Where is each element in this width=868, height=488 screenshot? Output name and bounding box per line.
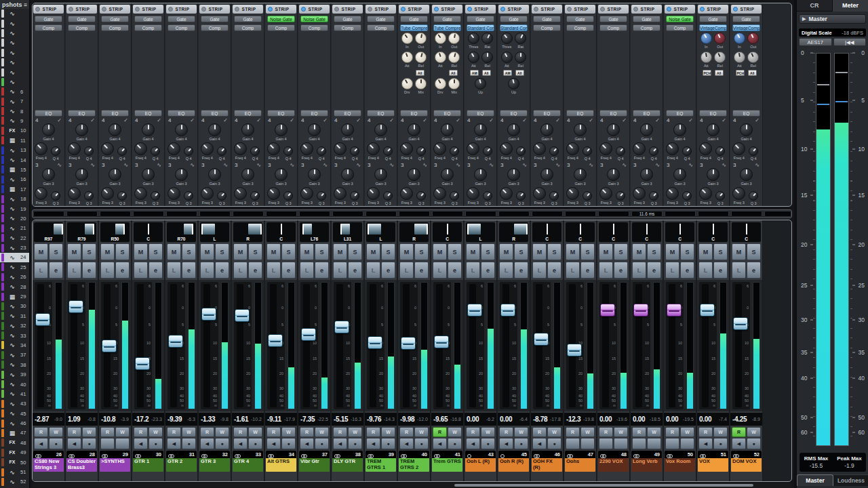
rail-channel-item[interactable]: ∿ <box>0 77 29 87</box>
dyn-all-button[interactable]: All <box>515 70 524 76</box>
gate-slot-button[interactable]: Gate <box>599 16 627 22</box>
solo-button[interactable]: S <box>82 243 96 260</box>
read-automation-button[interactable]: R <box>732 427 746 437</box>
mute-button[interactable]: M <box>167 243 181 260</box>
fader-cap[interactable] <box>633 304 648 317</box>
eq-q-knob[interactable] <box>483 146 492 156</box>
strip-header[interactable]: STRIP <box>266 5 296 14</box>
gate-slot-button[interactable]: Gate <box>433 16 461 22</box>
eq-band-state-icon[interactable]: ✓ <box>522 117 527 123</box>
strip-header[interactable]: STRIP <box>665 5 695 14</box>
channel-number-row[interactable]: 26 <box>33 451 64 458</box>
fader-track[interactable]: 605101520304050∞ <box>367 282 384 409</box>
rack-state-dot[interactable] <box>567 7 572 12</box>
peak-db-value[interactable]: -6.4 <box>519 417 528 422</box>
edit-button[interactable]: e <box>680 262 694 279</box>
pan-control[interactable]: C <box>433 222 462 242</box>
rail-channel-item[interactable]: ∿25 <box>0 262 29 272</box>
eq-freq-knob[interactable] <box>167 142 180 155</box>
fader-track[interactable]: 605101520304050∞ <box>400 282 418 409</box>
edit-button[interactable]: e <box>647 262 661 279</box>
eq-freq-knob[interactable] <box>566 142 579 155</box>
mute-button[interactable]: M <box>34 243 48 260</box>
eq-gain-knob[interactable] <box>75 168 88 181</box>
monitor-button[interactable]: ◀ <box>34 438 48 449</box>
fader-value-row[interactable]: -9.39-6.3 <box>165 413 197 426</box>
fader-cap[interactable] <box>368 336 382 349</box>
channel-number-row[interactable]: 39 <box>366 451 396 458</box>
pan-control[interactable]: R79 <box>67 222 96 242</box>
dyn-all-button[interactable]: All <box>449 70 458 76</box>
eq-gain-knob[interactable] <box>108 168 121 181</box>
strip-header[interactable]: STRIP <box>598 5 629 14</box>
pan-control[interactable]: R <box>499 222 528 242</box>
pan-control[interactable]: R <box>399 222 429 242</box>
eq-q-knob[interactable] <box>383 191 393 201</box>
comp-slot-button[interactable]: Standard Com..or <box>500 24 528 31</box>
eq-q-knob[interactable] <box>649 191 658 201</box>
monitor-button[interactable]: ◀ <box>200 438 214 449</box>
read-automation-button[interactable]: R <box>300 427 314 437</box>
listen-button[interactable]: L <box>566 262 580 279</box>
channel-name[interactable]: GTR 1 <box>133 458 163 472</box>
solo-button[interactable]: S <box>281 243 296 260</box>
eq-q-knob[interactable] <box>483 191 492 201</box>
record-enable-button[interactable]: ● <box>49 438 63 449</box>
fader-db-value[interactable]: 1.09 <box>68 415 87 423</box>
eq-band-state-icon[interactable]: ∿ <box>522 162 527 168</box>
fader-track[interactable]: 605101520304050∞ <box>35 282 52 409</box>
eq-band-state-icon[interactable]: ∿ <box>489 162 494 168</box>
pan-control[interactable]: R97 <box>34 222 63 242</box>
eq-freq-knob[interactable] <box>167 187 180 200</box>
fader-db-value[interactable]: -9.98 <box>400 415 417 423</box>
write-automation-button[interactable]: W <box>149 427 163 437</box>
eq-q-knob[interactable] <box>350 146 359 156</box>
eq-freq-knob[interactable] <box>599 142 612 155</box>
eq-gain-knob[interactable] <box>374 168 387 181</box>
eq-q-knob[interactable] <box>715 146 725 156</box>
eq-gain-knob[interactable] <box>673 123 686 136</box>
peak-db-value[interactable]: -3.9 <box>121 417 129 422</box>
eq-q-knob[interactable] <box>350 191 359 201</box>
monitor-button[interactable]: ◀ <box>732 438 746 449</box>
mute-button[interactable]: M <box>632 243 646 260</box>
listen-button[interactable]: L <box>732 262 746 279</box>
eq-band-state-icon[interactable]: ✓ <box>722 117 726 123</box>
comp-slot-button[interactable]: Tube Compressor <box>433 24 461 31</box>
master-header[interactable]: ▶ Master <box>799 14 866 24</box>
rail-channel-item[interactable]: ▦17 <box>0 184 29 194</box>
dyn-in-knob[interactable] <box>435 33 446 44</box>
eq-band-state-icon[interactable]: ∿ <box>190 162 195 168</box>
record-enable-button[interactable]: ● <box>281 438 296 449</box>
monitor-button[interactable] <box>665 438 679 449</box>
comp-slot-button[interactable]: Comp <box>101 24 129 31</box>
fader-db-value[interactable]: -2.87 <box>35 415 54 423</box>
write-automation-button[interactable]: W <box>647 427 661 437</box>
fader-value-row[interactable]: -4.25-8.9 <box>730 413 762 426</box>
channel-name[interactable]: TREM GTRS 1 <box>366 458 396 472</box>
peak-db-value[interactable]: -9.0 <box>54 417 62 422</box>
channel-number-row[interactable]: 51 <box>698 451 728 458</box>
rail-channel-item[interactable]: ∿14 <box>0 155 29 165</box>
rail-channel-item[interactable]: ∿37 <box>0 350 29 360</box>
eq-freq-knob[interactable] <box>500 187 513 200</box>
fader-track[interactable]: 605101520304050∞ <box>433 282 451 409</box>
record-enable-button[interactable]: ● <box>547 438 561 449</box>
eq-q-knob[interactable] <box>283 146 293 156</box>
rail-channel-item[interactable]: ∿8 <box>0 106 29 116</box>
meter-reset-button[interactable]: |◀◀ <box>833 38 867 46</box>
record-enable-button[interactable]: ● <box>448 438 462 449</box>
dyn-in-knob[interactable] <box>701 33 712 44</box>
comp-slot-button[interactable]: Standard Com..or <box>467 24 494 31</box>
fader-cap[interactable] <box>567 344 582 357</box>
edit-button[interactable]: e <box>381 262 395 279</box>
fader-db-value[interactable]: -9.11 <box>267 415 284 423</box>
strip-header[interactable]: STRIP <box>532 5 562 14</box>
pan-control[interactable]: C <box>532 222 561 242</box>
fader-cap[interactable] <box>467 304 482 317</box>
record-enable-button[interactable] <box>614 438 628 449</box>
fader-cap[interactable] <box>68 300 83 313</box>
rack-state-dot[interactable] <box>368 7 372 12</box>
eq-band-state-icon[interactable]: ✓ <box>356 117 361 123</box>
tab-meter[interactable]: Meter <box>832 0 868 12</box>
